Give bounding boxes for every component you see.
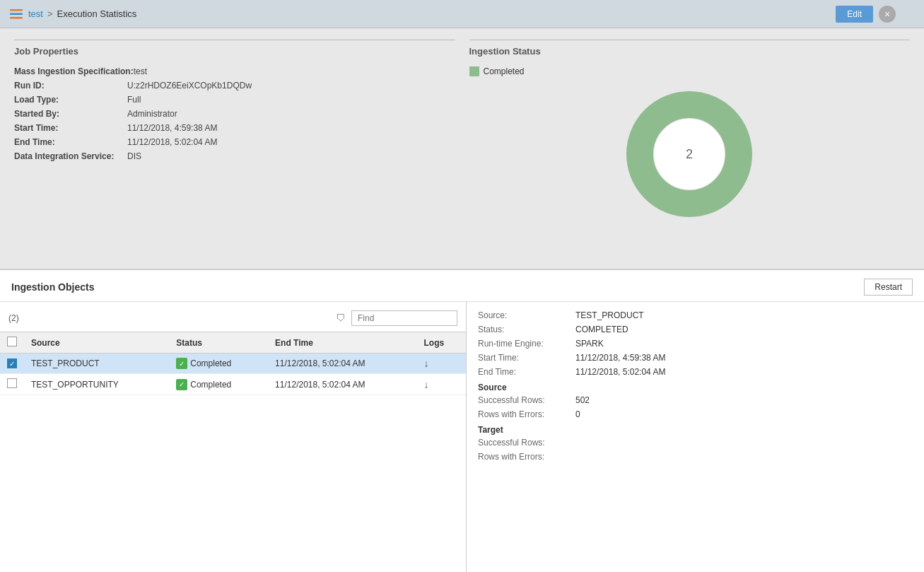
row1-status: ✓ Completed xyxy=(169,354,268,374)
table-actions: ⛉ xyxy=(336,310,457,326)
legend-color-completed xyxy=(469,66,479,76)
table-count: (2) xyxy=(8,313,19,323)
detail-successful-rows-row: Successful Rows: 502 xyxy=(478,395,913,405)
legend-completed: Completed xyxy=(469,66,911,76)
detail-target-section: Target xyxy=(478,425,913,435)
top-section: Job Properties Mass Ingestion Specificat… xyxy=(0,28,924,269)
prop-mass-ingestion: Mass Ingestion Specification: test xyxy=(14,66,455,76)
breadcrumb-current: Execution Statistics xyxy=(57,8,137,19)
detail-rows-errors-row: Rows with Errors: 0 xyxy=(478,409,913,419)
row1-log[interactable]: ↓ xyxy=(417,354,466,374)
prop-label-end-time: End Time: xyxy=(14,137,127,147)
table-header-row: Source Status End Time Logs xyxy=(0,332,466,354)
detail-start-time-value: 11/12/2018, 4:59:38 AM xyxy=(575,353,665,363)
svg-text:2: 2 xyxy=(686,147,693,161)
prop-start-time: Start Time: 11/12/2018, 4:59:38 AM xyxy=(14,123,455,133)
restart-button[interactable]: Restart xyxy=(864,279,913,296)
detail-start-time-label: Start Time: xyxy=(478,353,570,363)
legend-label-completed: Completed xyxy=(484,66,525,76)
prop-label-mass-ingestion: Mass Ingestion Specification: xyxy=(14,66,134,76)
detail-source-label: Source: xyxy=(478,310,570,320)
detail-successful-rows-label: Successful Rows: xyxy=(478,395,570,405)
header-bar: test > Execution Statistics Edit × xyxy=(0,0,924,28)
detail-runtime-label: Run-time Engine: xyxy=(478,339,570,349)
detail-source-section: Source xyxy=(478,383,913,392)
detail-status-row: Status: COMPLETED xyxy=(478,325,913,334)
row1-checkbox-cell[interactable]: ✓ xyxy=(0,354,24,374)
breadcrumb: test > Execution Statistics xyxy=(8,6,136,22)
close-button[interactable]: × xyxy=(879,6,896,23)
detail-start-time-row: Start Time: 11/12/2018, 4:59:38 AM xyxy=(478,353,913,363)
row2-checkbox[interactable] xyxy=(7,378,17,388)
col-checkbox xyxy=(0,332,24,354)
row1-checkbox[interactable]: ✓ xyxy=(7,358,17,368)
detail-status-label: Status: xyxy=(478,325,570,334)
header-actions: Edit × xyxy=(836,6,896,23)
ingestion-objects-header: Ingestion Objects Restart xyxy=(0,270,924,302)
detail-target-successful-rows-label: Successful Rows: xyxy=(478,438,570,448)
prop-load-type: Load Type: Full xyxy=(14,95,455,105)
find-input[interactable] xyxy=(351,310,457,326)
row1-end-time: 11/12/2018, 5:02:04 AM xyxy=(268,354,416,374)
prop-label-start-time: Start Time: xyxy=(14,123,127,133)
filter-icon[interactable]: ⛉ xyxy=(336,313,346,324)
row1-status-label: Completed xyxy=(190,358,231,368)
row2-log-icon[interactable]: ↓ xyxy=(424,379,429,390)
detail-end-time-label: End Time: xyxy=(478,367,570,377)
detail-source-value: TEST_PRODUCT xyxy=(575,310,644,320)
detail-runtime-value: SPARK xyxy=(575,339,604,349)
ingestion-objects-title: Ingestion Objects xyxy=(11,281,94,293)
prop-value-mass-ingestion: test xyxy=(134,66,147,76)
prop-dis: Data Integration Service: DIS xyxy=(14,151,455,161)
svg-rect-2 xyxy=(10,17,23,19)
right-panel: Source: TEST_PRODUCT Status: COMPLETED R… xyxy=(467,302,924,572)
prop-run-id: Run ID: U:z2rHDOZ6EeiXCOpKb1DQDw xyxy=(14,81,455,91)
detail-target-successful-rows-row: Successful Rows: xyxy=(478,438,913,448)
detail-target-rows-errors-row: Rows with Errors: xyxy=(478,452,913,462)
detail-target-rows-errors-label: Rows with Errors: xyxy=(478,452,570,462)
prop-label-run-id: Run ID: xyxy=(14,81,127,91)
detail-source-row: Source: TEST_PRODUCT xyxy=(478,310,913,320)
row1-source: TEST_PRODUCT xyxy=(24,354,169,374)
detail-end-time-row: End Time: 11/12/2018, 5:02:04 AM xyxy=(478,367,913,377)
row2-checkbox-cell[interactable] xyxy=(0,374,24,395)
prop-value-start-time: 11/12/2018, 4:59:38 AM xyxy=(127,123,217,133)
row2-log[interactable]: ↓ xyxy=(417,374,466,395)
col-end-time: End Time xyxy=(268,332,416,354)
header-checkbox[interactable] xyxy=(7,337,17,346)
ingestion-status-title: Ingestion Status xyxy=(469,46,911,57)
row2-status-badge: ✓ Completed xyxy=(176,379,231,390)
prop-value-run-id: U:z2rHDOZ6EeiXCOpKb1DQDw xyxy=(127,81,252,91)
prop-value-dis: DIS xyxy=(127,151,141,161)
col-status: Status xyxy=(169,332,268,354)
prop-value-end-time: 11/12/2018, 5:02:04 AM xyxy=(127,137,217,147)
row1-status-check-icon: ✓ xyxy=(176,358,187,369)
detail-rows-errors-value: 0 xyxy=(575,409,580,419)
job-properties-title: Job Properties xyxy=(14,46,455,57)
detail-end-time-value: 11/12/2018, 5:02:04 AM xyxy=(575,367,665,377)
detail-status-value: COMPLETED xyxy=(575,325,628,334)
prop-value-started-by: Administrator xyxy=(127,109,177,119)
svg-rect-0 xyxy=(10,9,23,11)
prop-started-by: Started By: Administrator xyxy=(14,109,455,119)
prop-label-load-type: Load Type: xyxy=(14,95,127,105)
job-properties-panel: Job Properties Mass Ingestion Specificat… xyxy=(14,40,455,257)
row2-status-label: Completed xyxy=(190,380,231,390)
row2-status: ✓ Completed xyxy=(169,374,268,395)
left-panel: (2) ⛉ Source Status End Time Logs xyxy=(0,302,467,572)
table-row[interactable]: ✓ TEST_PRODUCT ✓ Completed 11/12/2018, 5… xyxy=(0,354,466,374)
detail-successful-rows-value: 502 xyxy=(575,395,590,405)
row1-log-icon[interactable]: ↓ xyxy=(424,358,429,369)
breadcrumb-link[interactable]: test xyxy=(28,8,43,19)
edit-button[interactable]: Edit xyxy=(836,6,873,23)
table-toolbar: (2) ⛉ xyxy=(0,308,466,332)
detail-runtime-row: Run-time Engine: SPARK xyxy=(478,339,913,349)
donut-chart: 2 xyxy=(469,83,911,225)
prop-value-load-type: Full xyxy=(127,95,141,105)
col-source: Source xyxy=(24,332,169,354)
row1-status-badge: ✓ Completed xyxy=(176,358,231,369)
row2-source: TEST_OPPORTUNITY xyxy=(24,374,169,395)
row2-status-check-icon: ✓ xyxy=(176,379,187,390)
prop-label-started-by: Started By: xyxy=(14,109,127,119)
table-row[interactable]: TEST_OPPORTUNITY ✓ Completed 11/12/2018,… xyxy=(0,374,466,395)
